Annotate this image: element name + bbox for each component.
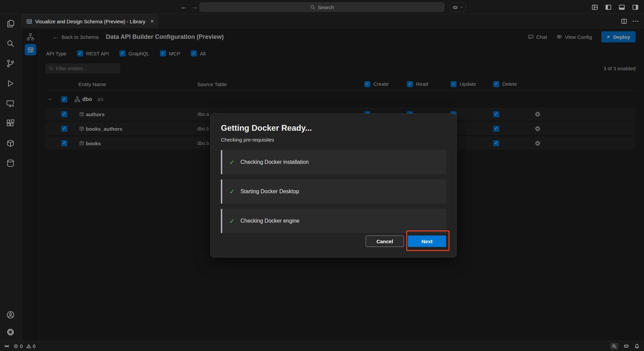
toggle-secondary-sidebar-icon[interactable] xyxy=(632,4,639,10)
check-icon: ✓ xyxy=(229,217,235,225)
step-docker-engine: ✓ Checking Docker engine xyxy=(221,209,446,233)
editor-tab-strip: Visualize and Design Schema (Preview) - … xyxy=(22,14,644,28)
chevron-down-icon xyxy=(460,5,463,9)
dialog-actions: Cancel Next xyxy=(366,235,446,247)
editor-more-actions-icon[interactable]: ··· xyxy=(632,18,639,25)
package-icon[interactable] xyxy=(6,139,15,148)
extensions-icon[interactable] xyxy=(6,119,15,128)
step-docker-desktop: ✓ Starting Docker Desktop xyxy=(221,179,446,204)
layout-controls xyxy=(592,0,639,14)
error-icon xyxy=(14,344,18,349)
tab-title: Visualize and Design Schema (Preview) - … xyxy=(35,19,147,24)
history-forward-button[interactable]: → xyxy=(191,0,198,14)
titlebar: ← → Search xyxy=(0,0,644,14)
split-editor-icon[interactable] xyxy=(621,18,627,24)
error-count: 0 xyxy=(20,344,23,349)
command-center-search[interactable]: Search xyxy=(200,2,444,12)
customize-layout-icon[interactable] xyxy=(592,4,598,10)
warning-icon xyxy=(26,344,31,349)
editor-area: ← Back to Schema Data API Builder Config… xyxy=(22,28,644,341)
dialog-subtitle: Checking pre-requisites xyxy=(221,137,446,143)
search-placeholder-text: Search xyxy=(318,4,334,10)
toggle-panel-icon[interactable] xyxy=(619,4,625,10)
tab-close-icon[interactable]: × xyxy=(150,18,154,24)
copilot-menu-button[interactable] xyxy=(450,3,466,12)
zoom-status-button[interactable] xyxy=(610,343,618,350)
search-icon xyxy=(310,5,315,10)
explorer-icon[interactable] xyxy=(6,19,15,28)
cancel-button[interactable]: Cancel xyxy=(366,235,404,247)
docker-steps: ✓ Checking Docker installation ✓ Startin… xyxy=(221,150,446,233)
schema-designer-tab-icon xyxy=(26,19,32,24)
status-bar: >< 0 0 xyxy=(0,341,644,351)
check-icon: ✓ xyxy=(229,188,235,196)
search-view-icon[interactable] xyxy=(6,39,15,48)
database-icon[interactable] xyxy=(6,158,15,168)
step-docker-installation: ✓ Checking Docker installation xyxy=(221,150,446,174)
dialog-title: Getting Docker Ready... xyxy=(221,123,446,133)
copilot-icon xyxy=(453,5,458,10)
check-icon: ✓ xyxy=(229,158,235,166)
notifications-bell-icon[interactable] xyxy=(634,344,640,349)
step-label: Checking Docker engine xyxy=(240,218,299,224)
next-button[interactable]: Next xyxy=(408,235,446,247)
problems-indicator[interactable]: 0 0 xyxy=(14,344,36,349)
editor-actions: ··· xyxy=(621,14,639,28)
source-control-icon[interactable] xyxy=(6,59,15,68)
copilot-status-icon[interactable] xyxy=(623,343,629,349)
remote-explorer-icon[interactable] xyxy=(6,99,15,108)
warning-count: 0 xyxy=(33,344,36,349)
run-and-debug-icon[interactable] xyxy=(6,79,15,88)
step-label: Checking Docker installation xyxy=(240,159,309,165)
toggle-primary-sidebar-icon[interactable] xyxy=(605,4,612,10)
zoom-magnifier-icon xyxy=(612,344,617,349)
vscode-window: ← → Search Visualize and Design Schema (… xyxy=(0,0,644,351)
step-label: Starting Docker Desktop xyxy=(240,189,299,195)
tab-visualize-design-schema[interactable]: Visualize and Design Schema (Preview) - … xyxy=(22,14,158,28)
settings-gear-icon[interactable] xyxy=(6,327,15,337)
remote-indicator[interactable]: >< xyxy=(4,344,9,349)
account-icon[interactable] xyxy=(6,310,15,320)
activity-bar xyxy=(0,14,22,341)
history-back-button[interactable]: ← xyxy=(181,0,187,14)
docker-ready-dialog: Getting Docker Ready... Checking pre-req… xyxy=(210,114,457,257)
